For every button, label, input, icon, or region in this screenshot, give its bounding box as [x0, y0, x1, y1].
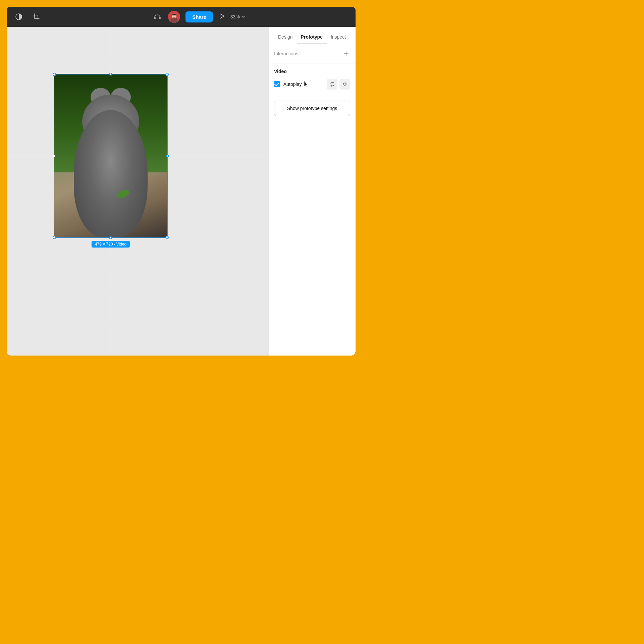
zoom-control[interactable]: 33%	[230, 14, 245, 19]
add-interaction-button[interactable]	[342, 50, 350, 58]
autoplay-checkbox[interactable]	[274, 81, 280, 87]
contrast-icon[interactable]	[13, 11, 24, 22]
video-title: Video	[274, 69, 350, 74]
resize-handle-bottom-left[interactable]	[53, 236, 56, 239]
interactions-title: Interactions	[274, 51, 298, 56]
interactions-section: Interactions	[269, 44, 356, 63]
tab-inspect[interactable]: Inspect	[327, 34, 350, 44]
canvas-area[interactable]: 479 × 720 · Video	[7, 27, 268, 356]
resize-handle-right-mid[interactable]	[166, 155, 169, 157]
tab-design[interactable]: Design	[274, 34, 297, 44]
play-icon[interactable]	[218, 13, 225, 21]
show-prototype-settings-button[interactable]: Show prototype settings	[274, 101, 350, 116]
tab-prototype[interactable]: Prototype	[297, 34, 327, 44]
autoplay-label: Autoplay	[283, 82, 302, 87]
app-window: Share 33%	[7, 7, 356, 356]
share-button[interactable]: Share	[185, 11, 213, 22]
video-section: Video Autoplay	[269, 63, 356, 95]
svg-marker-6	[220, 14, 224, 18]
headphones-icon[interactable]	[152, 11, 163, 22]
loop-button[interactable]	[327, 79, 337, 90]
crop-icon[interactable]	[31, 11, 42, 22]
panel-tabs: Design Prototype Inspect	[269, 27, 356, 44]
svg-point-5	[170, 17, 178, 23]
svg-rect-1	[154, 17, 156, 19]
right-panel: Design Prototype Inspect Interactions Vi…	[268, 27, 356, 356]
titlebar: Share 33%	[7, 7, 356, 27]
selected-element-frame[interactable]: 479 × 720 · Video	[54, 74, 168, 238]
koala-body	[74, 110, 148, 237]
zoom-value: 33%	[230, 14, 240, 19]
resize-handle-left-mid[interactable]	[53, 155, 55, 157]
resize-handle-top-left[interactable]	[53, 73, 56, 76]
resize-handle-bottom-right[interactable]	[165, 236, 169, 239]
svg-rect-2	[159, 17, 161, 19]
mute-button[interactable]	[339, 79, 350, 90]
resize-handle-bottom-mid[interactable]	[109, 236, 112, 239]
cursor-icon	[303, 80, 310, 88]
avatar	[168, 11, 180, 23]
titlebar-center: Share 33%	[48, 11, 349, 23]
dimension-label: 479 × 720 · Video	[92, 241, 130, 248]
titlebar-left	[13, 11, 42, 22]
autoplay-left: Autoplay	[274, 80, 310, 88]
main-area: 479 × 720 · Video Design Prototype Inspe…	[7, 27, 356, 356]
video-controls	[327, 79, 350, 90]
autoplay-row: Autoplay	[274, 79, 350, 90]
resize-handle-top-mid[interactable]	[109, 73, 112, 75]
resize-handle-top-right[interactable]	[165, 73, 169, 76]
video-element	[54, 74, 167, 237]
